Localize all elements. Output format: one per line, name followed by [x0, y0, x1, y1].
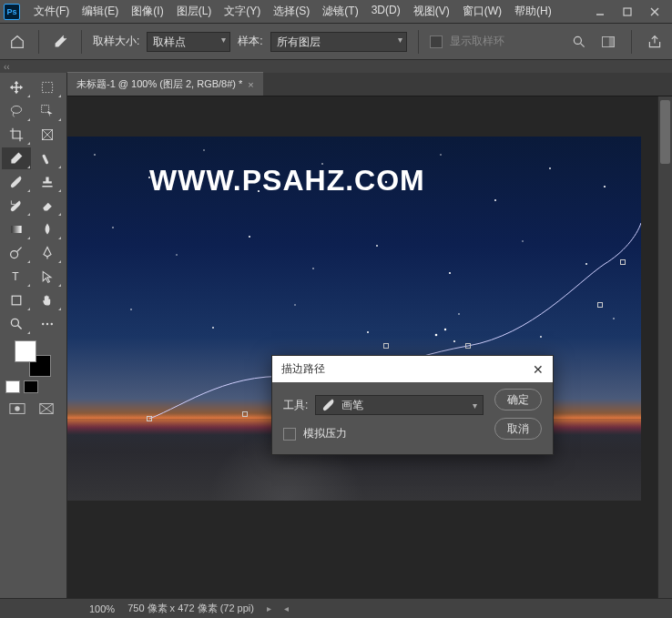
app-logo: Ps: [4, 4, 20, 20]
simulate-pressure-checkbox[interactable]: [283, 428, 296, 441]
main-area: T 未标题-1 @ 100% (图层 2, RGB/8#) *: [0, 73, 672, 598]
quick-mask-on[interactable]: [24, 380, 38, 393]
chevron-right-icon[interactable]: ▸: [267, 603, 271, 613]
doc-info[interactable]: 750 像素 x 472 像素 (72 ppi): [127, 602, 254, 615]
quick-mask-toggle[interactable]: [9, 402, 25, 418]
close-button[interactable]: [641, 3, 668, 21]
healing-tool[interactable]: [33, 147, 62, 169]
shape-tool[interactable]: [2, 289, 31, 311]
menu-filter[interactable]: 滤镜(T): [316, 0, 364, 23]
pen-tool[interactable]: [33, 242, 62, 264]
main-menu: 文件(F) 编辑(E) 图像(I) 图层(L) 文字(Y) 选择(S) 滤镜(T…: [27, 0, 558, 23]
svg-point-21: [11, 319, 18, 326]
svg-line-22: [18, 326, 22, 329]
quick-mask-off[interactable]: [5, 380, 20, 393]
svg-point-27: [15, 406, 19, 410]
show-ring-checkbox[interactable]: [430, 35, 443, 48]
document-area: 未标题-1 @ 100% (图层 2, RGB/8#) * × WWW.PSAH…: [67, 73, 672, 598]
color-swatches[interactable]: [15, 340, 51, 377]
doc-tab-title: 未标题-1 @ 100% (图层 2, RGB/8#) *: [76, 77, 242, 91]
path-select-tool[interactable]: [33, 266, 62, 288]
sample-size-select[interactable]: 取样点: [147, 32, 230, 52]
path-anchor[interactable]: [383, 343, 389, 349]
doc-tab-row: 未标题-1 @ 100% (图层 2, RGB/8#) * ×: [67, 73, 672, 96]
type-tool[interactable]: T: [2, 266, 31, 288]
tool-label: 工具:: [283, 398, 308, 413]
scrollbar-thumb[interactable]: [660, 100, 670, 164]
home-icon[interactable]: [7, 32, 27, 52]
workspace-icon[interactable]: [598, 32, 618, 52]
sample-select[interactable]: 所有图层: [270, 32, 407, 52]
dialog-title: 描边路径: [281, 361, 325, 377]
brush-tool[interactable]: [2, 171, 31, 193]
dialog-close-icon[interactable]: ✕: [533, 362, 544, 377]
foreground-color[interactable]: [15, 340, 36, 362]
tool-select[interactable]: 画笔: [315, 395, 484, 415]
dodge-tool[interactable]: [2, 242, 31, 264]
edit-toolbar[interactable]: [33, 313, 62, 335]
ok-button[interactable]: 确定: [494, 389, 542, 410]
svg-point-23: [42, 323, 44, 325]
menu-view[interactable]: 视图(V): [407, 0, 456, 23]
blur-tool[interactable]: [33, 218, 62, 240]
maximize-button[interactable]: [614, 3, 641, 21]
path-anchor[interactable]: [620, 259, 626, 265]
gradient-tool[interactable]: [2, 218, 31, 240]
eyedropper-tool[interactable]: [2, 147, 31, 169]
move-tool[interactable]: [2, 76, 31, 98]
simulate-pressure-label: 模拟压力: [303, 426, 347, 441]
sample-label: 样本:: [238, 34, 262, 49]
stamp-tool[interactable]: [33, 171, 62, 193]
hand-tool[interactable]: [33, 289, 62, 311]
menu-image[interactable]: 图像(I): [125, 0, 169, 23]
crop-tool[interactable]: [2, 124, 31, 146]
brush-icon: [321, 398, 336, 412]
svg-rect-8: [609, 36, 615, 46]
show-ring-label: 显示取样环: [450, 34, 504, 49]
quick-select-tool[interactable]: [33, 100, 62, 122]
svg-line-18: [17, 248, 22, 252]
stroke-path-dialog: 描边路径 ✕ 工具: 画笔 模拟压力 确定 取消: [271, 355, 554, 455]
options-bar: 取样大小: 取样点 样本: 所有图层 显示取样环: [0, 24, 672, 60]
minimize-button[interactable]: [586, 3, 614, 21]
path-anchor[interactable]: [465, 343, 471, 349]
vertical-scrollbar[interactable]: [657, 96, 672, 598]
tool-value: 画笔: [341, 398, 363, 413]
sample-size-label: 取样大小:: [93, 34, 139, 49]
lasso-tool[interactable]: [2, 100, 31, 122]
marquee-tool[interactable]: [33, 76, 62, 98]
path-anchor[interactable]: [147, 416, 152, 421]
cancel-button[interactable]: 取消: [494, 418, 542, 440]
doc-tab[interactable]: 未标题-1 @ 100% (图层 2, RGB/8#) * ×: [67, 72, 263, 96]
eraser-tool[interactable]: [33, 195, 62, 217]
svg-point-17: [11, 251, 18, 258]
zoom-level[interactable]: 100%: [89, 603, 115, 614]
search-icon[interactable]: [569, 32, 589, 52]
chevron-left-icon[interactable]: ◂: [284, 603, 289, 613]
panel-collapse-strip[interactable]: ‹‹: [0, 60, 672, 73]
svg-rect-9: [42, 82, 52, 92]
zoom-tool[interactable]: [2, 313, 31, 335]
close-tab-icon[interactable]: ×: [248, 79, 253, 90]
svg-rect-16: [11, 226, 21, 233]
canvas-viewport: WWW.PSAHZ.COM: [67, 96, 672, 598]
menu-layer[interactable]: 图层(L): [170, 0, 219, 23]
menu-file[interactable]: 文件(F): [27, 0, 76, 23]
screen-mode-toggle[interactable]: [38, 402, 55, 418]
menu-3d[interactable]: 3D(D): [365, 0, 407, 23]
path-anchor[interactable]: [242, 411, 248, 417]
svg-point-5: [574, 36, 581, 44]
history-brush-tool[interactable]: [2, 195, 31, 217]
eyedropper-tool-icon[interactable]: [50, 32, 70, 52]
dialog-titlebar[interactable]: 描边路径 ✕: [272, 356, 553, 382]
menu-help[interactable]: 帮助(H): [508, 0, 558, 23]
share-icon[interactable]: [645, 32, 665, 52]
path-anchor[interactable]: [597, 302, 603, 308]
svg-point-4: [64, 35, 67, 38]
menu-edit[interactable]: 编辑(E): [76, 0, 125, 23]
svg-rect-20: [12, 296, 21, 305]
menu-select[interactable]: 选择(S): [267, 0, 316, 23]
menu-type[interactable]: 文字(Y): [218, 0, 267, 23]
menu-window[interactable]: 窗口(W): [456, 0, 508, 23]
frame-tool[interactable]: [33, 124, 62, 146]
